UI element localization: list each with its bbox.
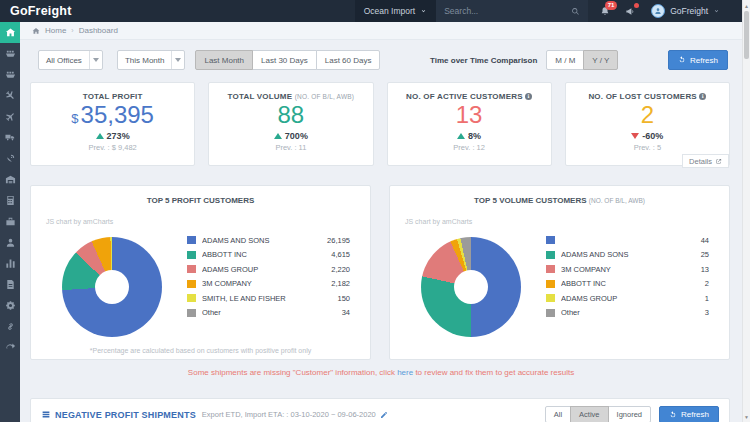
legend-value: 2,220 (331, 265, 350, 274)
legend-item[interactable]: 3M COMPANY13 (546, 262, 709, 277)
sidebar-item-integrations[interactable] (0, 316, 20, 337)
kpi-previous: Prev. : 5 (566, 143, 729, 152)
info-icon[interactable]: i (525, 93, 532, 100)
chart-body: ADAMS AND SONS26,195ABBOTT INC4,615ADAMS… (31, 225, 370, 337)
legend-item[interactable]: 3M COMPANY2,182 (187, 277, 350, 292)
announcements-button[interactable] (625, 6, 636, 17)
volume-customers-chart-card: TOP 5 VOLUME CUSTOMERS (NO. OF B/L, AWB)… (389, 185, 730, 360)
refresh-icon (669, 411, 677, 419)
range-button-last-30-days[interactable]: Last 30 Days (252, 50, 317, 70)
vertical-scrollbar[interactable]: ▲ ▼ (742, 0, 750, 422)
notifications-bell[interactable]: 71 (600, 6, 610, 17)
search-icon[interactable] (571, 7, 580, 16)
filter-row: All Offices This Month Last MonthLast 30… (38, 50, 728, 70)
chart-title: TOP 5 PROFIT CUSTOMERS (31, 196, 370, 205)
info-icon[interactable]: i (699, 93, 706, 100)
kpi-title: NO. OF ACTIVE CUSTOMERS i (388, 92, 551, 101)
table-list-icon (41, 410, 51, 419)
legend-swatch (546, 251, 555, 259)
external-link-icon (715, 158, 722, 165)
kpi-previous: Prev. : $ 9,482 (31, 143, 194, 152)
shipment-filter-active[interactable]: Active (570, 406, 608, 422)
search-input[interactable] (444, 6, 571, 16)
kpi-change: 8% (388, 131, 551, 141)
amcharts-watermark[interactable]: JS chart by amCharts (46, 218, 113, 225)
sidebar-item-warehouse[interactable] (0, 169, 20, 190)
legend-swatch (187, 294, 196, 302)
chevron-down-icon (89, 51, 102, 69)
dashboard-content: All Offices This Month Last MonthLast 30… (20, 40, 742, 422)
period-select-value: This Month (118, 51, 172, 69)
legend-item[interactable]: Other34 (187, 306, 350, 321)
range-button-last-month[interactable]: Last Month (195, 50, 253, 70)
legend-label: 3M COMPANY (202, 279, 331, 288)
legend-item[interactable]: ABBOTT INC2 (546, 277, 709, 292)
kpi-card-total-volume: TOTAL VOLUME (NO. OF B/L, AWB) i 88 700%… (208, 82, 373, 166)
legend-item[interactable]: ADAMS GROUP2,220 (187, 262, 350, 277)
office-select[interactable]: All Offices (38, 50, 103, 70)
comparison-button-group: M / MY / Y (546, 50, 618, 70)
scrollbar-thumb[interactable] (744, 11, 749, 59)
module-selector[interactable]: Ocean Import (355, 0, 437, 22)
legend-item[interactable]: ADAMS AND SONS26,195 (187, 233, 350, 248)
sidebar-item-trucking[interactable] (0, 127, 20, 148)
air-import-icon (2, 88, 18, 104)
navbar-icons: 71 GoFreight (588, 4, 742, 18)
legend-value: 1 (705, 294, 709, 303)
sidebar-item-management[interactable] (0, 211, 20, 232)
legend-item[interactable]: ADAMS GROUP1 (546, 291, 709, 306)
fix-here-link[interactable]: here (397, 368, 413, 377)
warehouse-icon (5, 174, 16, 185)
panel-refresh-button[interactable]: Refresh (659, 406, 719, 422)
sidebar-item-tracking[interactable] (0, 148, 20, 169)
comparison-button-y-y[interactable]: Y / Y (583, 50, 618, 70)
sidebar-item-ocean-import[interactable] (0, 43, 20, 64)
refresh-button[interactable]: Refresh (668, 50, 728, 70)
breadcrumb-home[interactable]: Home (45, 26, 66, 35)
legend-value: 4,615 (331, 250, 350, 259)
donut-chart[interactable] (62, 237, 162, 337)
sidebar-item-documents[interactable] (0, 274, 20, 295)
comparison-button-m-m[interactable]: M / M (546, 50, 584, 70)
edit-pencil-icon[interactable] (380, 411, 388, 419)
sidebar-item-ocean-export[interactable] (0, 64, 20, 85)
legend-item[interactable]: Other3 (546, 306, 709, 321)
user-menu[interactable]: GoFreight (651, 4, 730, 18)
period-select[interactable]: This Month (117, 50, 186, 70)
legend-item[interactable]: SMITH, LE AND FISHER150 (187, 291, 350, 306)
legend-label: ABBOTT INC (202, 250, 331, 259)
details-link[interactable]: Details (682, 154, 729, 168)
scroll-down-arrow[interactable]: ▼ (743, 412, 750, 421)
legend-item[interactable]: ADAMS AND SONS25 (546, 248, 709, 263)
sidebar-item-settings[interactable] (0, 295, 20, 316)
chart-legend: 44ADAMS AND SONS253M COMPANY13ABBOTT INC… (546, 225, 709, 320)
legend-swatch (187, 251, 196, 259)
range-button-last-60-days[interactable]: Last 60 Days (316, 50, 381, 70)
management-icon (5, 216, 16, 227)
comparison-cluster: Time over Time Comparison M / MY / Y (430, 50, 618, 70)
sidebar-item-customers[interactable] (0, 232, 20, 253)
legend-item[interactable]: 44 (546, 233, 709, 248)
chevron-down-icon (171, 51, 184, 69)
kpi-previous: Prev. : 11 (209, 143, 372, 152)
chart-legend: ADAMS AND SONS26,195ABBOTT INC4,615ADAMS… (187, 225, 350, 320)
sidebar-item-export[interactable] (0, 337, 20, 358)
sidebar-item-air-export[interactable] (0, 106, 20, 127)
date-range-button-group: Last MonthLast 30 DaysLast 60 Days (195, 50, 380, 70)
sidebar-item-air-import[interactable] (0, 85, 20, 106)
amcharts-watermark[interactable]: JS chart by amCharts (405, 218, 472, 225)
sidebar-item-accounting[interactable] (0, 190, 20, 211)
donut-chart[interactable] (421, 237, 521, 337)
shipment-filter-all[interactable]: All (545, 406, 571, 422)
reports-icon (5, 258, 16, 269)
legend-item[interactable]: ABBOTT INC4,615 (187, 248, 350, 263)
air-export-icon (2, 109, 18, 125)
sidebar-item-reports[interactable] (0, 253, 20, 274)
shipment-filter-ignored[interactable]: Ignored (608, 406, 651, 422)
legend-label: ADAMS GROUP (202, 265, 331, 274)
kpi-value: 2 (566, 102, 729, 128)
scroll-up-arrow[interactable]: ▲ (743, 1, 750, 10)
sidebar-item-home[interactable] (0, 22, 20, 43)
chart-title: TOP 5 VOLUME CUSTOMERS (NO. OF B/L, AWB) (390, 196, 729, 205)
negative-profit-shipments-panel: NEGATIVE PROFIT SHIPMENTS Export ETD, Im… (30, 398, 730, 422)
